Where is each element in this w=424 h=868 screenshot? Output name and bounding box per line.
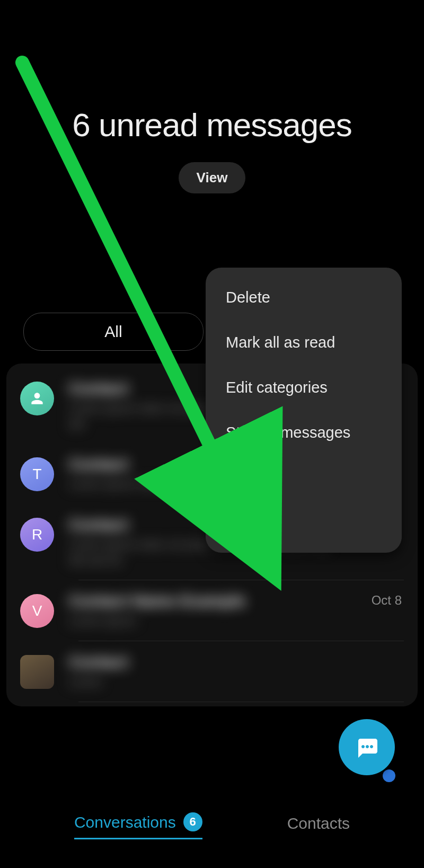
tab-conversations[interactable]: Conversations 6 — [74, 812, 202, 839]
conversation-body: Contact Lorem — [69, 653, 404, 690]
conversation-date: Oct 8 — [372, 593, 402, 608]
conversation-body: Contact Name Example Lorem ipsum — [69, 592, 404, 629]
tab-conversations-badge: 6 — [183, 812, 202, 831]
conversation-item[interactable]: Contact Lorem — [6, 641, 418, 702]
chat-bubble-icon — [354, 734, 379, 760]
overflow-menu: Delete Mark all as read Edit categories … — [206, 268, 402, 553]
conversation-item[interactable]: V Contact Name Example Lorem ipsum Oct 8 — [6, 580, 418, 641]
fab-notification-dot — [383, 769, 395, 782]
conversation-preview: Lorem ipsum — [69, 613, 344, 629]
unread-count-title: 6 unread messages — [0, 106, 424, 144]
tab-contacts[interactable]: Contacts — [287, 814, 350, 838]
compose-fab[interactable] — [339, 719, 395, 775]
menu-mark-all-read[interactable]: Mark all as read — [206, 320, 402, 365]
person-icon — [29, 390, 46, 407]
avatar — [20, 382, 54, 415]
conversation-name: Contact — [69, 653, 404, 671]
tab-contacts-label: Contacts — [287, 814, 350, 832]
separator — [78, 702, 404, 702]
avatar-letter: R — [32, 526, 42, 543]
avatar: T — [20, 457, 54, 491]
bottom-tab-bar: Conversations 6 Contacts — [0, 812, 424, 839]
avatar — [20, 655, 54, 689]
tab-conversations-label: Conversations — [74, 813, 176, 831]
avatar-letter: T — [32, 466, 41, 483]
menu-starred-messages[interactable]: Starred messages — [206, 410, 402, 455]
header-area: 6 unread messages View — [0, 0, 424, 193]
avatar: V — [20, 594, 54, 628]
avatar: R — [20, 518, 54, 552]
conversation-name: Contact Name Example — [69, 592, 404, 610]
filter-all-pill[interactable]: All — [23, 313, 204, 351]
view-button[interactable]: View — [179, 162, 246, 193]
menu-edit-categories[interactable]: Edit categories — [206, 365, 402, 410]
avatar-letter: V — [32, 603, 42, 619]
menu-settings[interactable]: Settings — [206, 500, 402, 545]
conversation-preview: Lorem — [69, 674, 344, 690]
menu-delete[interactable]: Delete — [206, 275, 402, 320]
menu-trash[interactable]: Trash — [206, 455, 402, 500]
